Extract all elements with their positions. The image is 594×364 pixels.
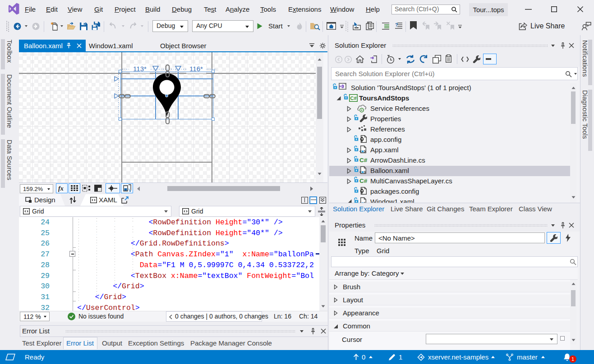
svg-text:fx: fx — [58, 185, 64, 192]
svg-text:C#: C# — [350, 96, 357, 101]
svg-text:?: ? — [395, 23, 398, 27]
svg-text:C#: C# — [359, 157, 368, 163]
svg-text:C#: C# — [359, 177, 368, 184]
